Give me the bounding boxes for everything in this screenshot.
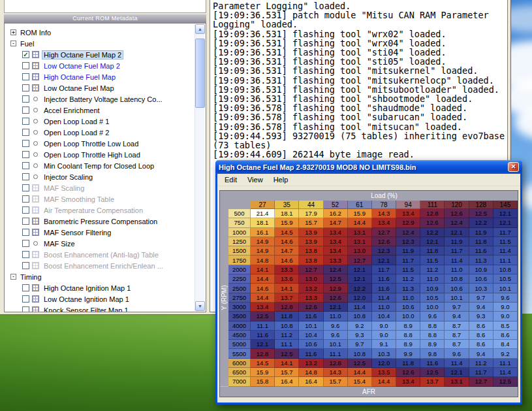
- map-cell[interactable]: 12.6: [372, 237, 396, 246]
- map-cell[interactable]: 13.5: [372, 368, 396, 377]
- row-header[interactable]: 750: [228, 218, 251, 227]
- map-cell[interactable]: 11.5: [396, 265, 420, 274]
- map-cell[interactable]: 13.4: [324, 228, 348, 237]
- checkbox[interactable]: [22, 195, 29, 203]
- map-cell[interactable]: 8.9: [396, 340, 420, 349]
- map-cell[interactable]: 9.6: [493, 293, 518, 303]
- column-header[interactable]: 61: [348, 201, 372, 209]
- checkbox[interactable]: [22, 140, 29, 147]
- map-cell[interactable]: 13.7: [420, 377, 445, 386]
- map-cell[interactable]: 11.1: [324, 349, 348, 358]
- map-cell[interactable]: 9.9: [396, 349, 420, 358]
- checkbox[interactable]: [22, 206, 29, 214]
- map-cell[interactable]: 13.0: [348, 246, 372, 255]
- row-header[interactable]: 6000: [228, 359, 251, 368]
- tree-scrollbar[interactable]: ▲ ▼: [195, 24, 205, 311]
- map-cell[interactable]: 13.1: [348, 237, 372, 246]
- map-cell[interactable]: 14.4: [251, 274, 275, 284]
- map-cell[interactable]: 15.7: [324, 377, 348, 386]
- map-cell[interactable]: 14.8: [299, 368, 323, 377]
- map-cell[interactable]: 11.1: [493, 359, 518, 368]
- checkbox[interactable]: [22, 284, 29, 291]
- tree-item[interactable]: MAF Scaling: [5, 182, 195, 193]
- row-header[interactable]: 3500: [228, 312, 251, 321]
- map-cell[interactable]: 14.1: [275, 359, 299, 368]
- map-cell[interactable]: 11.7: [396, 255, 420, 265]
- tree-item[interactable]: Open Loop Throttle High Load: [5, 149, 195, 160]
- map-cell[interactable]: 11.4: [445, 359, 469, 368]
- map-cell[interactable]: 12.1: [493, 209, 518, 218]
- checkbox[interactable]: [22, 218, 29, 225]
- map-cell[interactable]: 8.7: [445, 340, 469, 349]
- column-header[interactable]: 111: [420, 201, 445, 209]
- map-cell[interactable]: 10.1: [324, 340, 348, 349]
- map-cell[interactable]: 12.0: [348, 293, 372, 303]
- checkbox[interactable]: ✓: [22, 51, 29, 58]
- map-cell[interactable]: 10.0: [420, 303, 445, 312]
- map-cell[interactable]: 11.8: [396, 359, 420, 368]
- map-cell[interactable]: 8.7: [445, 321, 469, 331]
- map-cell[interactable]: 10.4: [372, 312, 396, 321]
- row-header[interactable]: 500: [228, 209, 251, 218]
- map-cell[interactable]: 10.8: [445, 274, 469, 284]
- map-cell[interactable]: 12.6: [299, 303, 323, 312]
- map-cell[interactable]: 14.3: [372, 209, 396, 218]
- map-cell[interactable]: 14.8: [251, 255, 275, 265]
- map-cell[interactable]: 11.0: [396, 293, 420, 303]
- checkbox[interactable]: [22, 240, 29, 247]
- map-cell[interactable]: 13.8: [299, 255, 323, 265]
- map-cell[interactable]: 11.6: [299, 349, 323, 358]
- map-cell[interactable]: 15.7: [299, 218, 323, 227]
- map-cell[interactable]: 9.0: [493, 312, 518, 321]
- map-cell[interactable]: 13.4: [251, 303, 275, 312]
- menu-edit[interactable]: Edit: [219, 174, 242, 185]
- map-cell[interactable]: 13.9: [299, 228, 323, 237]
- map-cell[interactable]: 12.5: [324, 274, 348, 284]
- tree-item[interactable]: Accel Enrichment: [5, 105, 195, 116]
- map-cell[interactable]: 15.9: [251, 368, 275, 377]
- collapse-icon[interactable]: -: [10, 41, 16, 46]
- tree-item[interactable]: Boost Enhancement (Anti-lag) Table: [5, 249, 195, 260]
- checkbox[interactable]: [22, 251, 29, 258]
- map-cell[interactable]: 11.9: [445, 237, 469, 246]
- map-cell[interactable]: 11.7: [469, 368, 493, 377]
- map-cell[interactable]: 9.4: [445, 312, 469, 321]
- map-cell[interactable]: 13.9: [299, 237, 323, 246]
- map-cell[interactable]: 9.6: [420, 312, 445, 321]
- map-cell[interactable]: 10.8: [275, 321, 299, 331]
- map-cell[interactable]: 8.6: [469, 340, 493, 349]
- map-cell[interactable]: 11.7: [493, 228, 518, 237]
- map-cell[interactable]: 11.6: [372, 274, 396, 284]
- row-header[interactable]: 4500: [228, 331, 251, 340]
- tree-item[interactable]: High Octane Ignition Map 1: [5, 282, 195, 293]
- checkbox[interactable]: [22, 62, 29, 69]
- map-cell[interactable]: 11.4: [348, 303, 372, 312]
- map-cell[interactable]: 11.0: [324, 312, 348, 321]
- map-cell[interactable]: 13.6: [275, 274, 299, 284]
- column-header[interactable]: 128: [469, 201, 493, 209]
- map-cell[interactable]: 14.1: [251, 265, 275, 274]
- map-cell[interactable]: 12.5: [348, 359, 372, 368]
- map-cell[interactable]: 10.6: [469, 274, 493, 284]
- row-header[interactable]: 2750: [228, 293, 251, 303]
- column-header[interactable]: 120: [445, 201, 469, 209]
- map-cell[interactable]: 8.5: [493, 321, 518, 331]
- map-cell[interactable]: 10.5: [420, 293, 445, 303]
- map-cell[interactable]: 12.1: [251, 340, 275, 349]
- map-cell[interactable]: 14.4: [348, 218, 372, 227]
- map-cell[interactable]: 10.8: [348, 349, 372, 358]
- row-header[interactable]: 2500: [228, 284, 251, 293]
- map-cell[interactable]: 9.7: [348, 340, 372, 349]
- checkbox[interactable]: [22, 262, 29, 269]
- map-cell[interactable]: 13.4: [396, 377, 420, 386]
- column-header[interactable]: 94: [396, 201, 420, 209]
- column-header[interactable]: 52: [324, 201, 348, 209]
- map-cell[interactable]: 12.7: [372, 228, 396, 237]
- map-cell[interactable]: 12.7: [348, 255, 372, 265]
- map-cell[interactable]: 10.0: [396, 312, 420, 321]
- map-cell[interactable]: 10.5: [493, 274, 518, 284]
- map-cell[interactable]: 13.4: [396, 209, 420, 218]
- map-cell[interactable]: 9.0: [372, 321, 396, 331]
- map-cell[interactable]: 12.1: [445, 228, 469, 237]
- column-header[interactable]: 35: [275, 201, 299, 209]
